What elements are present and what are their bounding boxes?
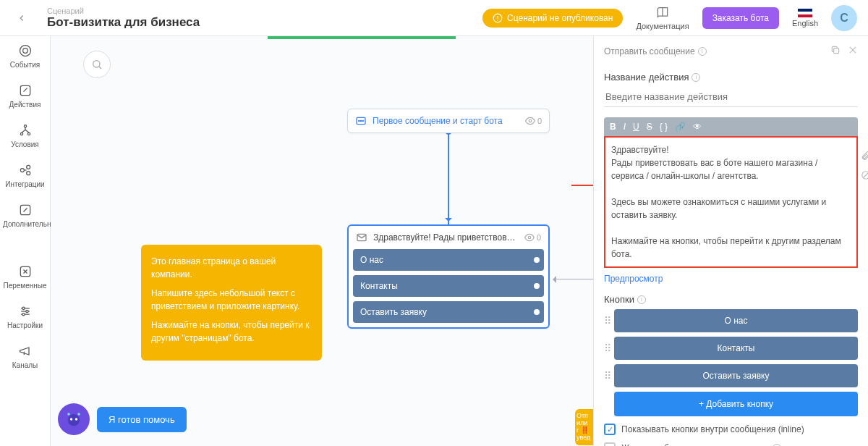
svg-point-25 — [362, 120, 363, 121]
help-widget[interactable]: Я готов помочь — [58, 403, 187, 435]
action-icon — [18, 83, 33, 98]
svg-point-3 — [20, 46, 30, 56]
back-button[interactable] — [11, 7, 33, 29]
attach-button[interactable] — [861, 151, 868, 163]
properties-panel: Отправить сообщение i Название действия … — [593, 36, 868, 446]
info-icon[interactable]: i — [637, 295, 646, 304]
docs-link[interactable]: Документация — [636, 6, 689, 30]
language-label: English — [792, 19, 818, 28]
progress-bar — [268, 36, 456, 39]
connector-out — [553, 279, 593, 279]
close-button[interactable] — [848, 45, 858, 57]
left-sidebar: События Действия Условия Интеграции Допо… — [0, 36, 51, 446]
node-btn-about[interactable]: О нас — [353, 249, 544, 271]
info-icon[interactable]: i — [698, 47, 707, 56]
action-name-input[interactable] — [604, 87, 858, 107]
page-title-block: Сценарий Бот-визитка для бизнеса — [47, 7, 482, 30]
target-icon — [18, 43, 33, 58]
svg-point-37 — [862, 172, 868, 180]
svg-point-29 — [68, 414, 80, 426]
close-icon — [848, 45, 858, 55]
svg-point-17 — [22, 307, 24, 309]
node-start[interactable]: Первое сообщение и старт бота 0 — [347, 109, 550, 133]
sidebar-conditions[interactable]: Условия — [0, 116, 50, 156]
flow-canvas[interactable]: Первое сообщение и старт бота 0 Здравств… — [51, 36, 593, 446]
panel-btn-request[interactable]: Оставить заявку — [614, 364, 858, 387]
eye-icon — [525, 116, 535, 126]
action-name-label: Название действия — [604, 72, 689, 83]
sidebar-channels[interactable]: Каналы — [0, 337, 50, 376]
svg-point-26 — [529, 119, 532, 122]
buttons-label: Кнопки — [604, 294, 634, 305]
envelope-icon — [356, 232, 367, 243]
preview-button[interactable]: 👁 — [693, 122, 702, 132]
code-button[interactable]: { } — [660, 122, 668, 132]
drag-handle[interactable]: ⠿ — [604, 370, 614, 382]
order-bot-button[interactable]: Заказать бота — [702, 7, 779, 29]
megaphone-icon — [18, 344, 33, 358]
inline-checkbox[interactable]: ✓ — [604, 424, 616, 435]
svg-line-38 — [864, 173, 869, 178]
svg-point-6 — [24, 125, 26, 127]
inline-label: Показывать кнопки внутри сообщения (inli… — [621, 424, 804, 434]
node-views: 0 — [525, 116, 542, 126]
link-button[interactable]: 🔗 — [675, 122, 686, 132]
search-icon — [91, 59, 103, 70]
partial-tooltip: Отп или г ‼️ увед — [575, 409, 593, 445]
svg-point-2 — [497, 20, 498, 20]
drag-handle[interactable]: ⠿ — [604, 315, 614, 327]
node-btn-request[interactable]: Оставить заявку — [353, 301, 544, 323]
puzzle-icon — [18, 163, 33, 177]
sidebar-settings[interactable]: Настройки — [0, 297, 50, 337]
sidebar-integrations[interactable]: Интеграции — [0, 156, 50, 195]
node-views: 0 — [524, 232, 541, 243]
node-btn-contacts[interactable]: Контакты — [353, 275, 544, 297]
svg-point-9 — [20, 169, 24, 172]
preview-link[interactable]: Предпросмотр — [604, 274, 663, 284]
svg-rect-34 — [834, 49, 839, 54]
svg-point-32 — [67, 413, 70, 416]
page-title: Бот-визитка для бизнеса — [47, 15, 482, 30]
italic-button[interactable]: I — [624, 122, 626, 132]
node-greeting[interactable]: Здравствуйте! Рады приветствовать вас в … — [347, 224, 550, 329]
bold-button[interactable]: B — [610, 122, 616, 132]
branch-icon — [18, 123, 33, 138]
editor-toolbar: B I U S { } 🔗 👁 — [604, 117, 858, 136]
svg-point-11 — [26, 172, 30, 175]
wait-label: Ждать сообщение от пользователя — [621, 443, 764, 446]
add-button[interactable]: + Добавить кнопку — [614, 392, 858, 416]
panel-btn-contacts[interactable]: Контакты — [614, 337, 858, 360]
panel-btn-about[interactable]: О нас — [614, 309, 858, 332]
forbid-button[interactable] — [861, 170, 868, 182]
variable-icon — [18, 264, 33, 279]
svg-point-18 — [25, 310, 27, 312]
drag-handle[interactable]: ⠿ — [604, 342, 614, 354]
highlight-arrow — [571, 185, 593, 186]
info-icon[interactable]: i — [692, 73, 700, 82]
svg-point-28 — [528, 236, 531, 239]
hint-tooltip: Это главная страница о вашей компании. Н… — [141, 245, 322, 361]
paperclip-icon — [861, 151, 868, 161]
svg-point-33 — [77, 413, 80, 416]
sidebar-extra[interactable]: Дополнительно — [0, 195, 50, 235]
strike-button[interactable]: S — [647, 122, 652, 132]
svg-point-20 — [93, 61, 100, 67]
svg-point-31 — [75, 418, 78, 421]
user-avatar[interactable]: C — [831, 5, 857, 31]
node-greeting-title: Здравствуйте! Рады приветствовать вас в … — [373, 232, 519, 243]
svg-line-21 — [99, 67, 101, 69]
bot-icon — [58, 403, 90, 435]
sidebar-variables[interactable]: Переменные — [0, 257, 50, 297]
language-switcher[interactable]: English — [792, 9, 818, 28]
copy-button[interactable] — [830, 45, 841, 57]
sidebar-events[interactable]: События — [0, 36, 50, 76]
unpublished-badge[interactable]: Сценарий не опубликован — [482, 9, 623, 28]
canvas-search-button[interactable] — [83, 51, 111, 78]
wait-checkbox[interactable] — [604, 442, 616, 446]
flag-icon — [798, 9, 812, 17]
sidebar-actions[interactable]: Действия — [0, 76, 50, 116]
underline-button[interactable]: U — [633, 122, 639, 132]
help-button[interactable]: Я готов помочь — [97, 407, 187, 432]
sliders-icon — [18, 304, 33, 319]
message-editor[interactable]: Здравствуйте! Рады приветствовать вас в … — [604, 136, 858, 268]
